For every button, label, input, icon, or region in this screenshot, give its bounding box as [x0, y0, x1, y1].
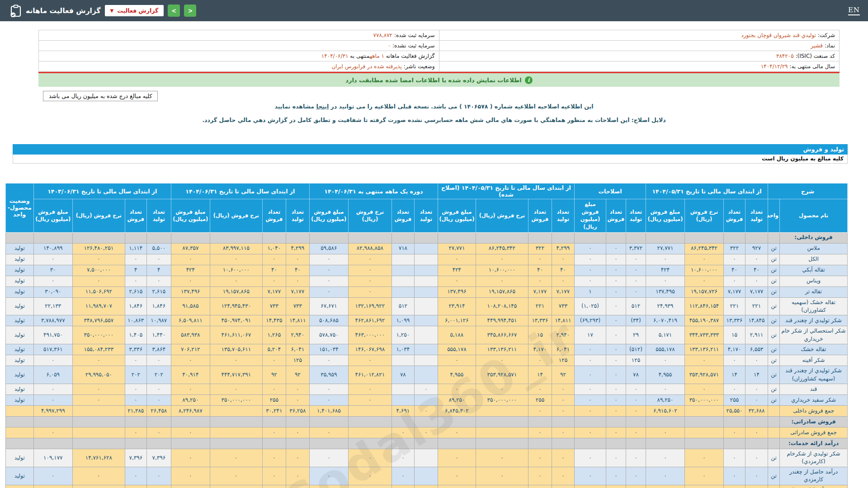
value-cell: ۰	[574, 485, 606, 488]
value-cell: ۰	[414, 406, 438, 417]
value-cell: ۰	[646, 449, 684, 467]
value-cell: ۲۵۵	[262, 395, 286, 406]
value-cell: ۱۹,۱۵۷,۷۲۶	[684, 286, 723, 297]
value-cell: ۰	[309, 355, 348, 366]
value-cell: ۱۱,۵۰۶,۶۹۲	[72, 286, 125, 297]
table-cell	[72, 417, 125, 427]
product-name-cell: تفاله خشک (سهمیه کشاورزان)	[780, 297, 848, 315]
value-cell: ۰	[574, 344, 606, 355]
table-cell	[309, 417, 348, 427]
value-cell: ۰	[476, 254, 528, 265]
previous-version-link[interactable]: اینجا	[316, 103, 329, 110]
value-cell: ۰	[348, 467, 392, 485]
value-cell	[414, 265, 438, 276]
company-label: شرکت:	[818, 32, 835, 38]
value-cell: ۰	[745, 355, 768, 366]
value-cell: ۰	[309, 449, 348, 467]
table-wrapper: شرحاز ابتدای سال مالی تا تاریخ ۱۴۰۴/۰۵/۳…	[13, 183, 848, 488]
value-cell: ۲,۹۱۱	[745, 326, 768, 344]
value-cell: ۰	[262, 254, 286, 265]
value-cell: ۰	[146, 395, 171, 406]
value-cell: ۰	[626, 427, 646, 438]
value-cell: ۰	[684, 276, 723, 286]
value-cell: ۰	[286, 485, 309, 488]
table-cell	[626, 438, 646, 449]
unit-cell: تن	[768, 254, 779, 265]
value-cell: ۰	[438, 254, 476, 265]
value-cell: ۴۹۱,۷۵۰	[33, 326, 72, 344]
value-cell: ۰	[626, 254, 646, 265]
isic-label: کد صنعت (ISIC):	[795, 53, 835, 59]
fiscal-label: سال مالی منتهی به:	[789, 63, 835, 70]
value-cell	[684, 485, 723, 488]
fiscal-value: ۱۴۰۴/۱۲/۲۹	[761, 63, 788, 70]
value-cell: ۷۰۶,۲۱۲	[171, 344, 210, 355]
value-cell	[392, 254, 414, 265]
page: گزارش فعالیت ماهانه گزارش فعالیت ▼ > < E…	[0, 0, 868, 488]
value-cell: ۰	[646, 254, 684, 265]
value-cell: ۰	[606, 254, 626, 265]
value-cell: ۰	[438, 355, 476, 366]
value-cell: ۱۴	[528, 366, 552, 384]
language-link[interactable]: EN	[848, 6, 860, 15]
value-cell: ۸,۲۴۶,۹۸۷	[171, 406, 210, 417]
col-header-tf: تعداد فروش	[723, 199, 745, 233]
status-cell: تولید	[5, 355, 33, 366]
value-cell: ۰	[33, 395, 72, 406]
table-row: جمع فروش صادراتی۰۰۰۰۰۰۰۰۰۰۰۰۰۰۰۰۰۰	[5, 427, 847, 438]
value-cell: ۷۸	[626, 366, 646, 384]
value-cell: ۳۴۴,۷۳۳,۳۳۳	[684, 326, 723, 344]
table-cell	[606, 232, 626, 243]
status-cell: تولید	[5, 326, 33, 344]
col-header-mb: مبلغ فروش (میلیون ریال)	[574, 199, 606, 233]
info-row: شرکت: تولیدي قند شیروان قوچان بجنورد سرم…	[39, 30, 840, 41]
value-cell: ۱۵	[528, 326, 552, 344]
table-cell	[574, 438, 606, 449]
value-cell: ۷۸	[392, 366, 414, 384]
table-cell	[684, 232, 723, 243]
value-cell: ۰	[286, 254, 309, 265]
value-cell	[414, 315, 438, 326]
nav-prev-button[interactable]: <	[184, 5, 196, 17]
value-cell: ۵۱۷,۳۶۱	[33, 344, 72, 355]
info-row: سال مالی منتهی به: ۱۴۰۴/۱۲/۲۹ وضعیت ناشر…	[39, 61, 840, 72]
value-cell: ۸۹,۲۵۰	[646, 395, 684, 406]
value-cell: ۴,۲۹۹	[552, 243, 574, 254]
value-cell: ۰	[476, 384, 528, 395]
table-row: درآمد حاصل از چغندر کارمزديتن۰۰۰۰۰۰۰۰۰۰۰…	[5, 467, 847, 485]
table-cell	[33, 417, 72, 427]
table-cell	[33, 438, 72, 449]
value-cell: ۱۳۳,۱۳۶,۲۱۱	[684, 344, 723, 355]
value-cell: ۲۱,۳۸۵	[125, 406, 146, 417]
value-cell	[414, 254, 438, 265]
value-cell: ۰	[348, 449, 392, 467]
value-cell: ۳۵۰,۰۰۰,۰۰۰	[684, 395, 723, 406]
table-cell	[392, 438, 414, 449]
table-row: شکر آفینهتن۰۰۰۰۱۲۵۰۰۱۲۵۰۰۰۰۰۱۲۵۰۰۰۰۰۰۰تو…	[5, 355, 847, 366]
value-cell: ۱,۸۴۶	[125, 297, 146, 315]
status-cell: تولید	[5, 467, 33, 485]
nav-next-button[interactable]: >	[168, 5, 180, 17]
unit-cell: تن	[768, 326, 779, 344]
value-cell	[392, 286, 414, 297]
value-cell: ۴۰	[552, 265, 574, 276]
value-cell: ۰	[171, 254, 210, 265]
col-header-nr: نرخ فروش (ریال)	[476, 199, 528, 233]
value-cell: ۱۲۵	[552, 355, 574, 366]
section-row: فروش صادراتی:	[5, 417, 847, 427]
value-cell	[210, 406, 262, 417]
value-cell: ۰	[125, 355, 146, 366]
report-type-dropdown[interactable]: گزارش فعالیت ▼	[105, 5, 164, 16]
value-cell: ۱۴۰,۸۹۹	[33, 243, 72, 254]
value-cell: ۰	[286, 467, 309, 485]
col-header-tf: تعداد فروش	[528, 199, 552, 233]
status-cell: تولید	[5, 395, 33, 406]
value-cell: ۰	[210, 276, 262, 286]
value-cell: ۱۷	[574, 326, 606, 344]
page-title: گزارش فعالیت ماهانه	[26, 7, 101, 15]
table-cell	[768, 438, 779, 449]
value-cell: ۰	[626, 449, 646, 467]
col-group-0: از ابتدای سال مالی تا تاریخ ۱۴۰۴/۰۵/۳۱	[646, 183, 768, 199]
value-cell	[414, 297, 438, 315]
value-cell: ۱۳۷,۴۹۶	[438, 286, 476, 297]
